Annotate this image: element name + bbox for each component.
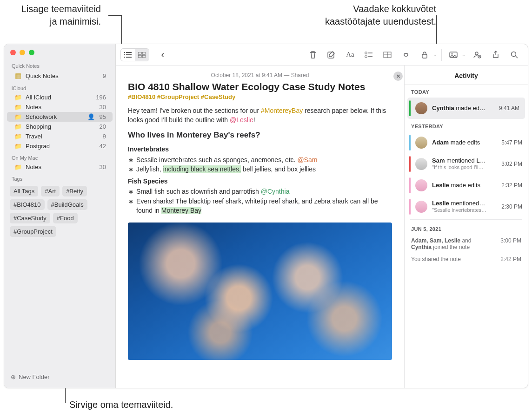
format-button[interactable]: Aa [343, 49, 357, 61]
checklist-button[interactable] [362, 49, 376, 61]
list-view-button[interactable] [121, 49, 135, 61]
close-activity-button[interactable]: ✕ [393, 72, 403, 81]
sidebar-item-postgrad[interactable]: 📁Postgrad42 [7, 141, 113, 151]
mention-leslie[interactable]: @Leslie [230, 116, 253, 124]
activity-item[interactable]: Leslie mentioned…"Sessile invertebrates…… [405, 196, 528, 217]
activity-color-bar [409, 100, 411, 116]
minimize-window-button[interactable] [20, 50, 25, 55]
sidebar-item-shopping[interactable]: 📁Shopping20 [7, 122, 113, 131]
chevron-down-icon[interactable]: ⌄ [462, 52, 466, 57]
folder-icon: 📁 [14, 143, 22, 150]
shared-icon: 👤 [87, 113, 95, 120]
text: Sessile invertebrates such as sponges, a… [136, 156, 297, 164]
list-item: Sessile invertebrates such as sponges, a… [136, 155, 392, 164]
gallery-view-button[interactable] [135, 49, 149, 61]
sidebar-item-travel[interactable]: 📁Travel9 [7, 131, 113, 141]
activity-item[interactable]: Adam, Sam, Leslie and Cynthia joined the… [405, 235, 528, 253]
tag-pill[interactable]: #BIO4810 [10, 199, 45, 210]
folder-icon: 📁 [14, 164, 22, 170]
close-window-button[interactable] [10, 50, 16, 55]
folder-icon: 📁 [14, 94, 22, 101]
plus-circle-icon: ⊕ [11, 373, 16, 380]
activity-time: 5:47 PM [501, 139, 522, 146]
note-title: BIO 4810 Shallow Water Ecology Case Stud… [128, 81, 392, 92]
hashtag[interactable]: #MontereyBay [261, 107, 303, 114]
text: ! [253, 116, 255, 124]
tag-pill[interactable]: #BuildGoals [47, 199, 87, 210]
highlighted-text: including black sea nettles, [163, 165, 241, 173]
sidebar-item-count: 9 [103, 72, 106, 79]
activity-section-yesterday: YESTERDAY [405, 119, 528, 132]
sidebar-item-count: 42 [100, 143, 106, 150]
tag-pill[interactable]: All Tags [10, 186, 38, 196]
tag-pill[interactable]: #Art [41, 186, 60, 196]
media-button[interactable] [446, 49, 460, 61]
sidebar-item-notes[interactable]: 📁Notes30 [7, 102, 113, 112]
tag-pill[interactable]: #Food [53, 213, 78, 223]
activity-item[interactable]: Adam made edits5:47 PM [405, 132, 528, 153]
svg-rect-0 [138, 52, 141, 54]
svg-rect-1 [142, 52, 146, 54]
toolbar-divider [441, 49, 442, 61]
share-icon [492, 51, 499, 59]
svg-point-13 [512, 52, 516, 56]
window-controls [4, 44, 115, 59]
mention-sam[interactable]: @Sam [297, 156, 317, 164]
activity-item[interactable]: Leslie made edits2:32 PM [405, 175, 528, 196]
avatar [415, 137, 427, 149]
sidebar-item-label: Notes [26, 104, 96, 111]
tag-pill[interactable]: #CaseStudy [10, 213, 50, 223]
new-note-button[interactable] [325, 49, 339, 61]
activity-text: Leslie made edits [432, 182, 497, 189]
sidebar-item-on-my-mac-notes[interactable]: 📁 Notes 30 [7, 162, 113, 172]
sidebar-item-count: 30 [100, 104, 106, 111]
note-meta: October 18, 2021 at 9:41 AM — Shared [128, 72, 392, 79]
sidebar-item-label: Quick Notes [26, 72, 99, 79]
activity-title: Activity [454, 72, 478, 79]
callout-line-left-v2 [121, 15, 122, 33]
activity-item[interactable]: Sam mentioned L…"If this looks good I'll… [405, 153, 528, 175]
new-folder-button[interactable]: ⊕ New Folder [4, 369, 115, 385]
text: Small fish such as clownfish and parrotf… [136, 188, 261, 195]
delete-button[interactable] [306, 49, 320, 61]
toolbar: ‹ Aa ⌄ [116, 44, 528, 65]
back-button[interactable]: ‹ [156, 49, 170, 61]
divider [410, 219, 522, 220]
tag-pill[interactable]: #GroupProject [10, 226, 56, 237]
lock-button[interactable] [418, 49, 432, 61]
sidebar-item-quick-notes[interactable]: ▦ Quick Notes 9 [7, 70, 113, 81]
callout-top-right-line1: Vaadake kokkuvõtet [353, 4, 436, 14]
activity-time: 9:41 AM [499, 105, 519, 111]
collaborate-button[interactable] [470, 49, 484, 61]
chevron-down-icon[interactable]: ⌄ [433, 52, 437, 57]
table-button[interactable] [380, 49, 394, 61]
folder-icon: 📁 [14, 123, 22, 130]
note-body[interactable]: Hey team! I've broken out the sections f… [128, 106, 392, 360]
sidebar-item-all-icloud[interactable]: 📁All iCloud196 [7, 92, 113, 102]
heading-who-lives: Who lives in Monterey Bay's reefs? [128, 130, 392, 141]
list-item: Small fish such as clownfish and parrotf… [136, 187, 392, 196]
activity-color-bar [409, 156, 411, 172]
sidebar-item-count: 196 [96, 94, 106, 101]
activity-item[interactable]: Cynthia made ed…9:41 AM [407, 98, 525, 119]
checklist-icon [365, 52, 373, 58]
section-icloud: iCloud [4, 81, 115, 92]
callout-top-left-line2: ja mainimisi. [50, 16, 101, 26]
avatar [415, 158, 427, 170]
activity-time: 2:30 PM [501, 203, 522, 210]
compose-icon [327, 51, 336, 59]
activity-header: ✕ Activity [405, 65, 528, 85]
mention-cynthia[interactable]: @Cynthia [261, 188, 290, 195]
activity-item[interactable]: You shared the note2:42 PM [405, 253, 528, 265]
folder-icon: 📁 [14, 113, 22, 120]
link-button[interactable] [399, 49, 413, 61]
share-button[interactable] [489, 49, 503, 61]
fullscreen-window-button[interactable] [29, 50, 34, 55]
note-image-jellyfish [128, 223, 392, 360]
sidebar-item-label: Postgrad [26, 143, 96, 150]
tag-pill[interactable]: #Betty [62, 186, 87, 196]
svg-point-6 [365, 55, 367, 58]
search-button[interactable] [507, 49, 521, 61]
avatar [415, 201, 427, 213]
sidebar-item-schoolwork[interactable]: 📁Schoolwork👤95 [7, 112, 113, 122]
